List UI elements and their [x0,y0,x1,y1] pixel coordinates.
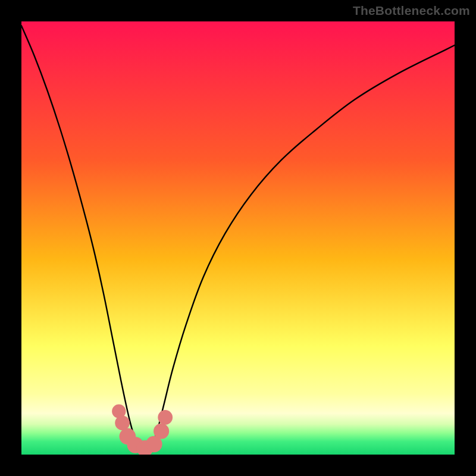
data-marker [115,415,130,430]
plot-background [21,21,455,455]
branding-label: TheBottleneck.com [353,4,470,18]
data-marker [158,410,173,425]
chart-svg [21,21,455,455]
chart-frame: TheBottleneck.com [0,0,476,476]
plot-area [21,21,455,455]
data-marker [154,424,169,439]
